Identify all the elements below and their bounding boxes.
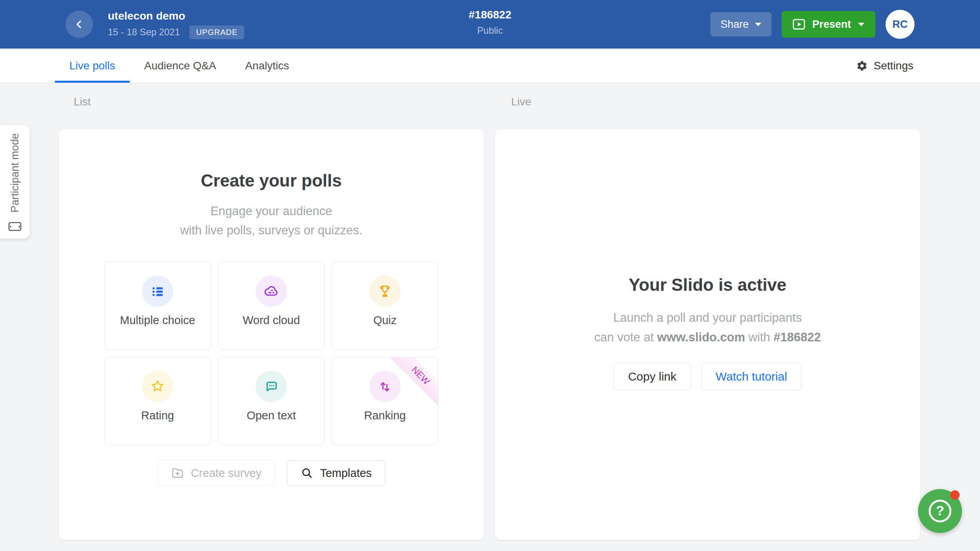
poll-type-label: Open text [247,409,296,422]
app-header: utelecon demo 15 - 18 Sep 2021 UPGRADE #… [0,0,980,49]
live-status-card: Your Slido is active Launch a poll and y… [495,129,920,540]
question-mark-icon: ? [929,500,951,522]
participant-mode-tab[interactable]: Participant mode [0,125,30,239]
copy-link-button[interactable]: Copy link [613,363,691,390]
chevron-left-icon [73,18,85,30]
user-avatar[interactable]: RC [886,10,915,39]
device-icon [8,221,22,232]
event-info: utelecon demo 15 - 18 Sep 2021 UPGRADE [108,10,244,39]
back-button[interactable] [65,11,93,38]
event-code-block: #186822 Public [468,9,511,36]
tab-bar: Live polls Audience Q&A Analytics Settin… [0,49,980,83]
present-play-icon [793,19,805,30]
create-polls-card: Create your polls Engage your audience w… [59,129,484,540]
ranking-arrows-icon [377,379,392,394]
event-dates: 15 - 18 Sep 2021 [108,27,180,38]
slido-domain: www.slido.com [657,330,745,344]
poll-type-open-text[interactable]: Open text [218,357,325,445]
chevron-down-icon [858,23,864,26]
live-status-title: Your Slido is active [495,275,920,295]
poll-type-label: Ranking [364,409,406,422]
poll-type-label: Multiple choice [120,314,195,327]
event-visibility: Public [468,25,511,36]
copy-link-label: Copy link [628,370,676,383]
help-button[interactable]: ? [918,489,962,533]
present-button[interactable]: Present [782,11,875,38]
poll-type-grid: Multiple choice Word cloud Quiz Rating [104,262,438,445]
poll-type-rating[interactable]: Rating [104,357,211,445]
poll-type-ranking[interactable]: NEW Ranking [332,357,438,445]
list-section-label: List [74,96,91,108]
create-survey-label: Create survey [191,467,262,480]
create-survey-button[interactable]: Create survey [157,460,276,486]
star-icon [150,379,165,394]
poll-type-quiz[interactable]: Quiz [332,262,438,350]
event-code-inline: #186822 [773,330,821,344]
live-section-label: Live [511,96,531,108]
watch-tutorial-button[interactable]: Watch tutorial [701,363,802,390]
share-button-label: Share [720,18,749,31]
cloud-icon [263,284,279,298]
list-icon [151,284,165,298]
settings-label: Settings [874,60,913,72]
trophy-icon [377,284,392,299]
event-code: #186822 [468,9,511,21]
create-polls-title: Create your polls [59,171,484,190]
notification-dot [950,490,960,500]
folder-plus-icon [171,466,184,480]
tab-live-polls[interactable]: Live polls [55,49,130,83]
participant-mode-label: Participant mode [9,133,21,213]
share-button[interactable]: Share [710,12,771,36]
chat-bubble-icon [264,379,279,394]
poll-type-label: Word cloud [243,314,300,327]
search-icon [301,467,313,479]
tab-audience-qa[interactable]: Audience Q&A [130,49,231,83]
poll-type-label: Rating [141,409,174,422]
poll-type-multiple-choice[interactable]: Multiple choice [104,262,211,350]
templates-button[interactable]: Templates [287,460,385,486]
settings-button[interactable]: Settings [856,49,913,83]
avatar-initials: RC [893,18,908,31]
watch-tutorial-label: Watch tutorial [716,370,787,383]
upgrade-badge[interactable]: UPGRADE [189,25,244,39]
templates-label: Templates [320,467,372,480]
poll-type-label: Quiz [373,314,397,327]
event-title: utelecon demo [108,10,244,22]
live-status-message: Launch a poll and your participants can … [495,308,920,347]
poll-type-word-cloud[interactable]: Word cloud [218,262,325,350]
present-button-label: Present [812,18,851,31]
create-polls-subtitle: Engage your audience with live polls, su… [59,201,484,240]
chevron-down-icon [755,23,761,26]
gear-icon [856,60,868,72]
main-content: List Live Create your polls Engage your … [0,83,980,551]
tab-analytics[interactable]: Analytics [230,49,303,83]
